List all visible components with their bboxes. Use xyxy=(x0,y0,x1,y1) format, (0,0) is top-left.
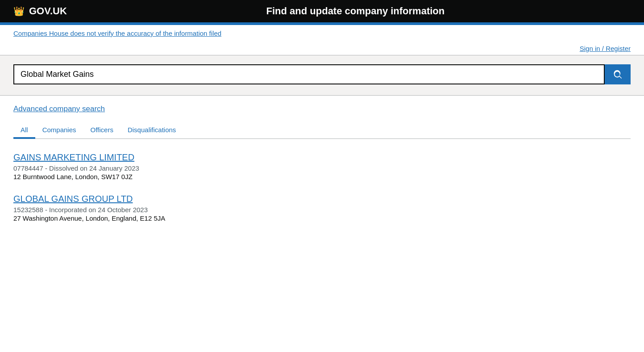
search-tabs: All Companies Officers Disqualifications xyxy=(13,122,631,139)
accuracy-notice-link[interactable]: Companies House does not verify the accu… xyxy=(13,29,221,37)
company-address: 12 Burntwood Lane, London, SW17 0JZ xyxy=(13,173,631,180)
company-name-link[interactable]: GAINS MARKETING LIMITED xyxy=(13,152,134,163)
main-content: Advanced company search All Companies Of… xyxy=(0,96,644,244)
result-item: GAINS MARKETING LIMITED 07784447 - Disso… xyxy=(13,152,631,180)
company-name-link[interactable]: GLOBAL GAINS GROUP LTD xyxy=(13,194,133,204)
notice-bar: Companies House does not verify the accu… xyxy=(0,25,644,42)
crown-icon: 👑 xyxy=(13,6,25,17)
tab-all[interactable]: All xyxy=(13,122,35,139)
company-address: 27 Washington Avenue, London, England, E… xyxy=(13,214,631,222)
search-form xyxy=(13,64,631,84)
sign-in-link[interactable]: Sign in / Register xyxy=(580,45,631,52)
advanced-search-container: Advanced company search xyxy=(13,105,105,113)
sign-in-bar: Sign in / Register xyxy=(0,42,644,55)
gov-logo: 👑 GOV.UK xyxy=(13,5,67,17)
tab-officers[interactable]: Officers xyxy=(83,122,120,139)
tab-disqualifications[interactable]: Disqualifications xyxy=(120,122,183,139)
site-header: 👑 GOV.UK Find and update company informa… xyxy=(0,0,644,22)
logo-text: GOV.UK xyxy=(29,5,67,17)
search-icon xyxy=(613,70,623,80)
search-section xyxy=(0,55,644,96)
result-item: GLOBAL GAINS GROUP LTD 15232588 - Incorp… xyxy=(13,194,631,222)
advanced-search-link[interactable]: Advanced company search xyxy=(13,105,105,113)
search-button[interactable] xyxy=(605,64,631,84)
company-meta: 07784447 - Dissolved on 24 January 2023 xyxy=(13,164,631,172)
results-list: GAINS MARKETING LIMITED 07784447 - Disso… xyxy=(13,152,631,222)
tab-companies[interactable]: Companies xyxy=(35,122,83,139)
search-input[interactable] xyxy=(13,64,605,84)
company-meta: 15232588 - Incorporated on 24 October 20… xyxy=(13,206,631,214)
site-title: Find and update company information xyxy=(80,5,631,17)
